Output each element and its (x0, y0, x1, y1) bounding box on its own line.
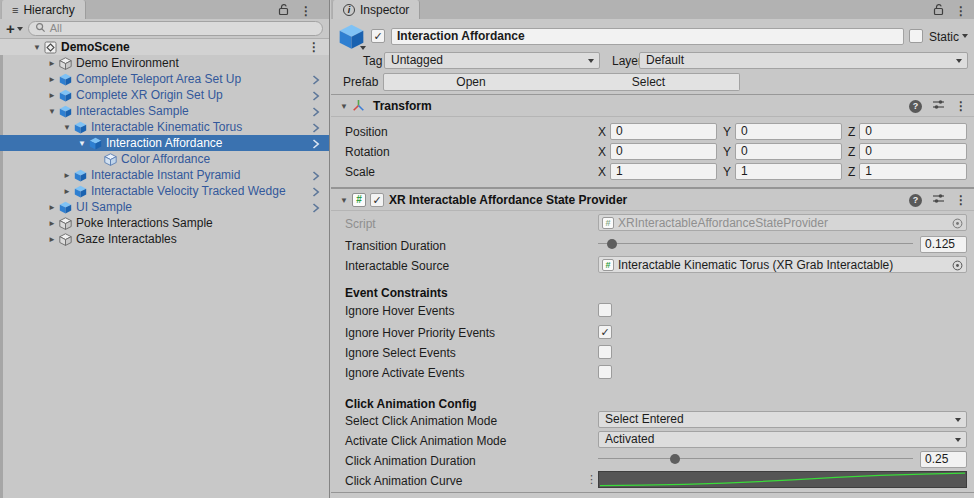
axis-z-label[interactable]: Z (848, 145, 855, 159)
unity-editor-window: ≡ Hierarchy ⋮ + All ▼DemoScene⋮►Demo Env… (0, 0, 974, 498)
panel-menu-icon[interactable]: ⋮ (300, 5, 312, 18)
prefab-select-button[interactable]: Select (558, 73, 740, 91)
disclosure-arrow-icon[interactable]: ▼ (31, 43, 43, 52)
scale-x-field[interactable]: 1 (610, 163, 717, 180)
hierarchy-item-color-affordance[interactable]: Color Affordance (0, 151, 329, 167)
active-checkbox[interactable]: ✓ (371, 29, 385, 43)
add-gameobject-button[interactable]: + (6, 22, 23, 36)
click-animation-duration-value-field[interactable]: 0.25 (920, 451, 967, 468)
prefab-chevron-icon[interactable] (312, 122, 320, 136)
presets-icon[interactable] (932, 99, 945, 113)
axis-z-label[interactable]: Z (848, 125, 855, 139)
help-icon[interactable]: ? (909, 194, 922, 207)
animation-curve-preview[interactable] (598, 471, 967, 488)
object-picker-icon[interactable] (951, 259, 964, 273)
hierarchy-item-complete-xr-origin-set-up[interactable]: ►Complete XR Origin Set Up (0, 87, 329, 103)
hierarchy-search-input[interactable]: All (28, 21, 323, 36)
hierarchy-item-gaze-interactables[interactable]: ►Gaze Interactables (0, 231, 329, 247)
hierarchy-item-complete-teleport-area-set-up[interactable]: ►Complete Teleport Area Set Up (0, 71, 329, 87)
axis-y-label[interactable]: Y (723, 165, 731, 179)
component-enabled-checkbox[interactable]: ✓ (370, 193, 384, 207)
axis-y-label[interactable]: Y (723, 125, 731, 139)
position-y-field[interactable]: 0 (735, 123, 842, 140)
static-checkbox[interactable] (909, 29, 923, 43)
axis-y-label[interactable]: Y (723, 145, 731, 159)
activate-click-mode-dropdown[interactable]: Activated (598, 431, 967, 448)
layer-dropdown[interactable]: Default (639, 52, 968, 69)
prefab-chevron-icon[interactable] (312, 90, 320, 104)
position-z-field[interactable]: 0 (859, 123, 967, 140)
disclosure-arrow-icon[interactable]: ► (46, 91, 58, 100)
component-menu-icon[interactable]: ⋮ (955, 194, 967, 207)
rotation-x-field[interactable]: 0 (610, 143, 717, 160)
interactable-source-field[interactable]: # Interactable Kinematic Torus (XR Grab … (598, 256, 967, 273)
prefab-chevron-icon[interactable] (312, 186, 320, 200)
slider-handle[interactable] (670, 454, 680, 464)
hierarchy-item-ui-sample[interactable]: ►UI Sample (0, 199, 329, 215)
static-flags-chevron-icon[interactable] (962, 34, 968, 38)
position-x-field[interactable]: 0 (610, 123, 717, 140)
tab-hierarchy[interactable]: ≡ Hierarchy (1, 0, 86, 19)
hierarchy-item-poke-interactions-sample[interactable]: ►Poke Interactions Sample (0, 215, 329, 231)
disclosure-arrow-icon[interactable]: ▼ (46, 107, 58, 116)
hierarchy-item-demoscene[interactable]: ▼DemoScene⋮ (0, 39, 329, 55)
disclosure-arrow-icon[interactable]: ► (61, 187, 73, 196)
disclosure-arrow-icon[interactable]: ▼ (61, 123, 73, 132)
hierarchy-item-label: UI Sample (76, 200, 132, 214)
axis-x-label[interactable]: X (598, 125, 606, 139)
rotation-z-field[interactable]: 0 (859, 143, 967, 160)
slider-handle[interactable] (607, 239, 617, 249)
panel-menu-icon[interactable]: ⋮ (955, 5, 967, 18)
disclosure-arrow-icon[interactable]: ► (61, 171, 73, 180)
transition-duration-slider[interactable] (598, 236, 913, 252)
tab-inspector[interactable]: i Inspector (332, 0, 420, 19)
icon-picker-chevron-icon[interactable] (360, 46, 366, 50)
slider-track[interactable] (598, 243, 913, 244)
disclosure-arrow-icon[interactable]: ▼ (76, 139, 88, 148)
foldout-arrow-icon[interactable]: ▼ (338, 196, 350, 205)
slider-track[interactable] (598, 458, 913, 459)
foldout-arrow-icon[interactable]: ▼ (338, 102, 350, 111)
hierarchy-item-interactable-velocity-tracked-wedge[interactable]: ►Interactable Velocity Tracked Wedge (0, 183, 329, 199)
curve-drag-handle-icon[interactable]: ⋮ (586, 473, 597, 486)
disclosure-arrow-icon[interactable]: ► (46, 59, 58, 68)
help-icon[interactable]: ? (909, 100, 922, 113)
click-animation-duration-slider[interactable] (598, 451, 913, 467)
lock-icon[interactable] (278, 3, 289, 19)
hierarchy-item-demo-environment[interactable]: ►Demo Environment (0, 55, 329, 71)
tag-dropdown[interactable]: Untagged (384, 52, 600, 69)
transform-header[interactable]: ▼ Transform ? ⋮ (331, 95, 974, 117)
prefab-chevron-icon[interactable] (312, 170, 320, 184)
rotation-y-field[interactable]: 0 (735, 143, 842, 160)
hierarchy-item-interactables-sample[interactable]: ▼Interactables Sample (0, 103, 329, 119)
disclosure-arrow-icon[interactable]: ► (46, 75, 58, 84)
scale-z-field[interactable]: 1 (859, 163, 967, 180)
prefab-chevron-icon[interactable] (312, 138, 320, 152)
axis-z-label[interactable]: Z (848, 165, 855, 179)
hierarchy-item-interactable-instant-pyramid[interactable]: ►Interactable Instant Pyramid (0, 167, 329, 183)
component-menu-icon[interactable]: ⋮ (955, 100, 967, 113)
transition-duration-value-field[interactable]: 0.125 (920, 236, 967, 253)
prefab-chevron-icon[interactable] (312, 106, 320, 120)
presets-icon[interactable] (932, 193, 945, 207)
prefab-chevron-icon[interactable] (312, 74, 320, 88)
xr-provider-header[interactable]: ▼ # ✓ XR Interactable Affordance State P… (331, 189, 974, 211)
gameobject-name-field[interactable]: Interaction Affordance (391, 28, 904, 45)
hierarchy-item-interactable-kinematic-torus[interactable]: ▼Interactable Kinematic Torus (0, 119, 329, 135)
axis-x-label[interactable]: X (598, 165, 606, 179)
scene-menu-icon[interactable]: ⋮ (308, 40, 320, 54)
ignore-hover-events-checkbox[interactable] (598, 303, 612, 317)
prefab-chevron-icon[interactable] (312, 202, 320, 216)
scale-y-field[interactable]: 1 (735, 163, 842, 180)
prefab-open-button[interactable]: Open (383, 73, 559, 91)
disclosure-arrow-icon[interactable]: ► (46, 235, 58, 244)
disclosure-arrow-icon[interactable]: ► (46, 219, 58, 228)
axis-x-label[interactable]: X (598, 145, 606, 159)
disclosure-arrow-icon[interactable]: ► (46, 203, 58, 212)
lock-icon[interactable] (933, 3, 944, 19)
select-click-mode-dropdown[interactable]: Select Entered (598, 411, 967, 428)
ignore-hover-priority-events-checkbox[interactable]: ✓ (598, 325, 612, 339)
ignore-select-events-checkbox[interactable] (598, 345, 612, 359)
hierarchy-item-interaction-affordance[interactable]: ▼Interaction Affordance (0, 135, 329, 151)
ignore-activate-events-checkbox[interactable] (598, 365, 612, 379)
